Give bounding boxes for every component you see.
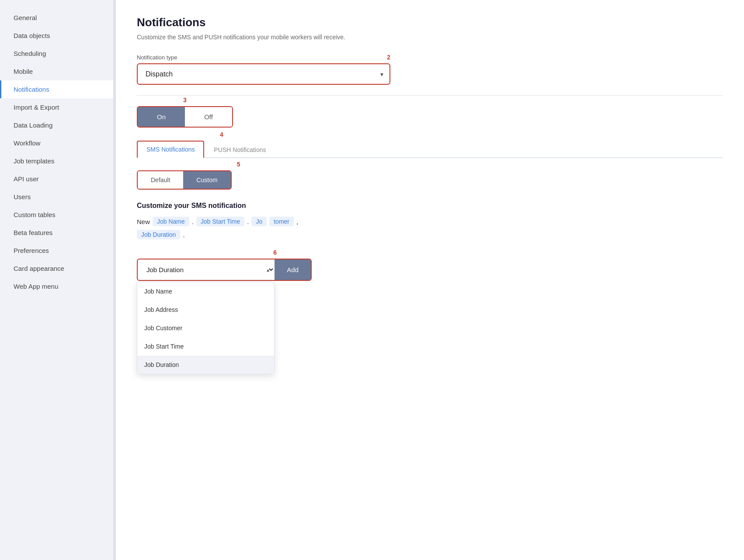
sms-dot-1: .: [192, 218, 194, 225]
tab-sms-notifications[interactable]: SMS Notifications: [137, 141, 204, 158]
sidebar-item-users[interactable]: Users: [0, 188, 113, 206]
sidebar-item-notifications[interactable]: Notifications: [0, 80, 113, 98]
sms-dot-2: .: [247, 218, 249, 225]
section-divider-1: [137, 95, 723, 96]
main-content: Notifications Customize the SMS and PUSH…: [116, 0, 744, 560]
customize-section: Customize your SMS notification New Job …: [137, 202, 723, 281]
step6-area: 6 Job Duration ▴ Add Job NameJob Address…: [137, 259, 312, 281]
sidebar-item-web-app-menu[interactable]: Web App menu: [0, 277, 113, 295]
notification-type-container: Notification type 2 Dispatch ▾: [137, 54, 390, 85]
page-subtitle: Customize the SMS and PUSH notifications…: [137, 34, 723, 41]
sidebar-item-workflow[interactable]: Workflow: [0, 134, 113, 152]
toggle-section: 3 On Off: [137, 106, 233, 128]
sidebar-item-scheduling[interactable]: Scheduling: [0, 45, 113, 62]
sidebar-item-data-loading[interactable]: Data Loading: [0, 116, 113, 134]
default-custom-wrapper: Default Custom: [137, 170, 232, 190]
step-3-label: 3: [183, 97, 187, 104]
sidebar-item-job-templates[interactable]: Job templates: [0, 152, 113, 170]
sidebar-item-api-user[interactable]: API user: [0, 170, 113, 188]
default-button[interactable]: Default: [138, 171, 183, 189]
sms-comma: ,: [296, 218, 298, 225]
sms-preview-line2: Job Duration .: [137, 230, 723, 239]
dropdown-item-0[interactable]: Job Name: [137, 282, 274, 301]
sidebar-item-import-&-export[interactable]: Import & Export: [0, 98, 113, 116]
sidebar-item-custom-tables[interactable]: Custom tables: [0, 206, 113, 224]
sidebar: GeneralData objectsSchedulingMobileNotif…: [0, 0, 114, 560]
sidebar-item-preferences[interactable]: Preferences: [0, 242, 113, 259]
sms-tag-job-start-time[interactable]: Job Start Time: [196, 217, 244, 226]
tab-push-notifications[interactable]: PUSH Notifications: [204, 141, 275, 158]
tabs-section: 4 SMS Notifications PUSH Notifications: [137, 141, 723, 158]
page-title: Notifications: [137, 16, 723, 29]
sms-preview: New Job Name . Job Start Time . Jo tomer…: [137, 217, 723, 226]
default-custom-section: 5 Default Custom: [137, 170, 232, 190]
dropdown-add-row: Job Duration ▴ Add: [137, 259, 312, 281]
notification-type-select[interactable]: Dispatch: [137, 63, 390, 85]
tabs-wrapper: SMS Notifications PUSH Notifications: [137, 141, 723, 158]
dropdown-list: Job NameJob AddressJob CustomerJob Start…: [137, 282, 275, 374]
step-2-label: 2: [387, 54, 390, 61]
toggle-wrapper: On Off: [137, 106, 233, 128]
dropdown-item-2[interactable]: Job Customer: [137, 319, 274, 337]
dropdown-item-1[interactable]: Job Address: [137, 301, 274, 319]
sidebar-item-beta-features[interactable]: Beta features: [0, 224, 113, 242]
sidebar-item-general[interactable]: General: [0, 9, 113, 27]
dropdown-field[interactable]: Job Duration: [138, 259, 275, 280]
add-button[interactable]: Add: [275, 259, 311, 280]
toggle-off-button[interactable]: Off: [185, 107, 232, 127]
step-6-label: 6: [273, 249, 277, 256]
sms-dot-3: .: [183, 231, 184, 239]
custom-button[interactable]: Custom: [183, 171, 230, 189]
sms-tag-job-duration[interactable]: Job Duration: [137, 230, 180, 239]
sms-tag-job-name[interactable]: Job Name: [153, 217, 189, 226]
step-5-label: 5: [237, 161, 240, 168]
sms-tag-customer[interactable]: tomer: [269, 217, 294, 226]
toggle-on-button[interactable]: On: [138, 107, 185, 127]
sidebar-item-mobile[interactable]: Mobile: [0, 62, 113, 80]
step-4-label: 4: [220, 131, 223, 138]
sms-prefix: New: [137, 218, 150, 225]
sms-tag-job-partial[interactable]: Jo: [251, 217, 267, 226]
dropdown-select-wrapper: Job Duration ▴: [138, 259, 275, 280]
sidebar-item-data-objects[interactable]: Data objects: [0, 27, 113, 45]
dropdown-item-4[interactable]: Job Duration: [137, 356, 274, 374]
notification-type-label: Notification type 2: [137, 54, 390, 61]
sidebar-item-card-appearance[interactable]: Card appearance: [0, 259, 113, 277]
customize-title: Customize your SMS notification: [137, 202, 723, 210]
dropdown-item-3[interactable]: Job Start Time: [137, 337, 274, 356]
